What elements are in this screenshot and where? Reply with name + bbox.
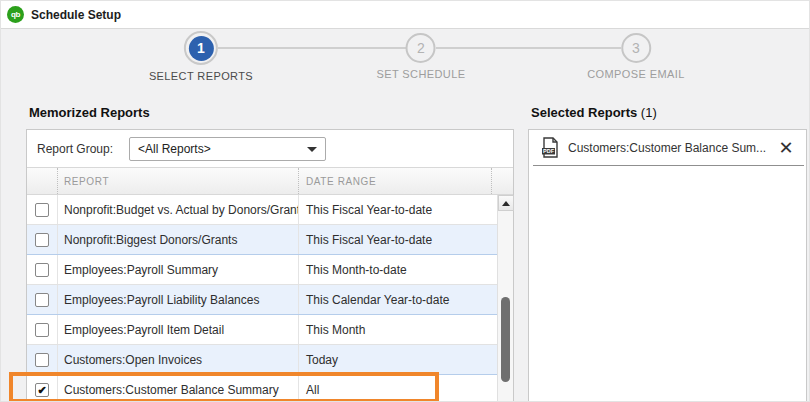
scroll-up-button[interactable]: [498, 195, 514, 211]
step-circle: 1: [184, 31, 218, 65]
row-checkbox-checked[interactable]: ✔: [35, 383, 49, 397]
table-row[interactable]: Employees:Payroll Summary This Month-to-…: [27, 255, 497, 285]
selected-reports-panel: PDF Customers:Customer Balance Sum... ✕: [528, 129, 807, 402]
chevron-down-icon: [307, 147, 317, 152]
report-name: Customers:Open Invoices: [57, 345, 298, 374]
table-row[interactable]: Customers:Open Invoices Today: [27, 345, 497, 375]
date-range-column-header[interactable]: DATE RANGE: [298, 168, 492, 194]
report-group-value: <All Reports>: [138, 142, 211, 156]
divider: [533, 165, 804, 166]
row-checkbox[interactable]: [35, 233, 49, 247]
table-scrollbar[interactable]: [497, 195, 513, 402]
row-checkbox[interactable]: [35, 353, 49, 367]
report-name: Nonprofit:Budget vs. Actual by Donors/Gr…: [57, 195, 298, 224]
step-circle: 3: [621, 33, 651, 63]
checkbox-column-header: [27, 168, 57, 194]
step-number: 1: [188, 36, 213, 61]
table-header: REPORT DATE RANGE: [27, 167, 513, 195]
report-name: Employees:Payroll Summary: [57, 255, 298, 284]
step-label: SELECT REPORTS: [149, 70, 253, 82]
step-number: 3: [632, 40, 640, 56]
report-name: Nonprofit:Biggest Donors/Grants: [57, 225, 298, 254]
table-row[interactable]: Employees:Payroll Item Detail This Month: [27, 315, 497, 345]
table-row-selected[interactable]: ✔ Customers:Customer Balance Summary All: [27, 375, 497, 402]
step-number: 2: [417, 40, 425, 56]
date-range: This Calendar Year-to-date: [298, 285, 497, 314]
close-icon[interactable]: ✕: [774, 136, 798, 160]
memorized-reports-panel: Report Group: <All Reports> REPORT DATE …: [26, 129, 514, 402]
row-checkbox[interactable]: [35, 263, 49, 277]
pdf-file-icon: PDF: [541, 137, 560, 158]
report-name: Customers:Customer Balance Summary: [57, 375, 298, 402]
step-select-reports[interactable]: 1 SELECT REPORTS: [149, 31, 253, 82]
report-group-label: Report Group:: [37, 142, 113, 156]
selected-reports-heading: Selected Reports (1): [531, 105, 657, 120]
date-range: This Month-to-date: [298, 255, 497, 284]
report-group-dropdown[interactable]: <All Reports>: [129, 137, 326, 161]
report-name: Employees:Payroll Liability Balances: [57, 285, 298, 314]
report-group-row: Report Group: <All Reports>: [27, 130, 513, 167]
date-range: This Month: [298, 315, 497, 344]
step-circle: 2: [406, 33, 436, 63]
step-set-schedule[interactable]: 2 SET SCHEDULE: [377, 31, 466, 80]
date-range: This Fiscal Year-to-date: [298, 195, 497, 224]
title-bar: qb Schedule Setup: [1, 1, 810, 29]
date-range: This Fiscal Year-to-date: [298, 225, 497, 254]
report-column-header[interactable]: REPORT: [57, 168, 298, 194]
step-compose-email[interactable]: 3 COMPOSE EMAIL: [587, 31, 685, 80]
row-checkbox[interactable]: [35, 293, 49, 307]
svg-text:PDF: PDF: [543, 148, 555, 154]
table-row[interactable]: Employees:Payroll Liability Balances Thi…: [27, 285, 497, 315]
report-name: Employees:Payroll Item Detail: [57, 315, 298, 344]
memorized-reports-heading: Memorized Reports: [29, 105, 150, 120]
row-checkbox[interactable]: [35, 323, 49, 337]
window-title: Schedule Setup: [31, 8, 121, 22]
selected-report-item: PDF Customers:Customer Balance Sum... ✕: [529, 130, 806, 165]
table-row[interactable]: Nonprofit:Budget vs. Actual by Donors/Gr…: [27, 195, 497, 225]
quickbooks-app-icon: qb: [7, 6, 24, 23]
scrollbar-thumb[interactable]: [501, 297, 510, 382]
step-label: COMPOSE EMAIL: [587, 68, 685, 80]
arrow-up-icon: [502, 201, 510, 206]
row-checkbox[interactable]: [35, 203, 49, 217]
date-range: Today: [298, 345, 497, 374]
date-range: All: [298, 375, 497, 402]
schedule-setup-dialog: qb Schedule Setup 1 SELECT REPORTS 2 SET…: [0, 0, 810, 402]
selected-report-name: Customers:Customer Balance Sum...: [568, 141, 768, 155]
table-row[interactable]: Nonprofit:Biggest Donors/Grants This Fis…: [27, 225, 497, 255]
step-label: SET SCHEDULE: [377, 68, 466, 80]
report-table: Nonprofit:Budget vs. Actual by Donors/Gr…: [27, 195, 497, 402]
